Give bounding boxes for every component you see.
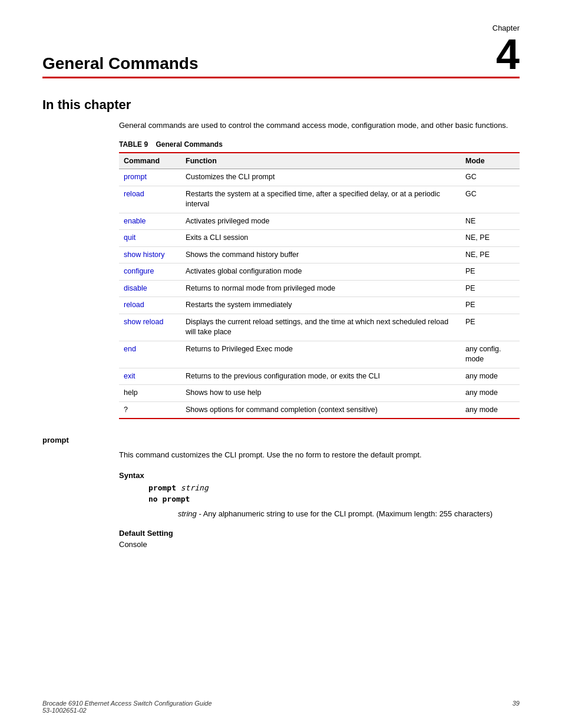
table-row: quitExits a CLI sessionNE, PE xyxy=(119,230,520,247)
footer-right: 39 xyxy=(513,700,520,714)
default-setting-heading: Default Setting xyxy=(119,529,520,538)
table-cell-function: Returns to Privileged Exec mode xyxy=(181,341,461,368)
syntax-line-noprompt: no prompt xyxy=(148,495,520,503)
table-cell-command[interactable]: disable xyxy=(119,280,181,297)
table-row: reloadRestarts the system at a specified… xyxy=(119,186,520,213)
table-cell-mode: any mode xyxy=(461,368,520,385)
table-cell-command[interactable]: end xyxy=(119,341,181,368)
table-cell-mode: PE xyxy=(461,280,520,297)
table-cell-command[interactable]: show history xyxy=(119,246,181,263)
command-link[interactable]: show reload xyxy=(124,318,163,326)
command-link[interactable]: show history xyxy=(124,251,164,259)
table-cell-mode: PE xyxy=(461,314,520,341)
command-link[interactable]: prompt xyxy=(124,173,147,181)
col-header-function: Function xyxy=(181,153,461,169)
command-link[interactable]: reload xyxy=(124,301,144,309)
table-header-row: Command Function Mode xyxy=(119,153,520,169)
param-text: - Any alphanumeric string to use for the… xyxy=(197,509,492,518)
section-title: In this chapter xyxy=(42,97,520,113)
table-number: TABLE 9 xyxy=(119,140,148,149)
footer: Brocade 6910 Ethernet Access Switch Conf… xyxy=(42,700,520,714)
syntax-prompt-italic: string xyxy=(176,483,209,492)
table-cell-command: help xyxy=(119,385,181,402)
table-row: show historyShows the command history bu… xyxy=(119,246,520,263)
chapter-header: General Commands Chapter 4 xyxy=(42,24,520,75)
table-cell-mode: PE xyxy=(461,263,520,281)
table-row: helpShows how to use helpany mode xyxy=(119,385,520,402)
table-row: promptCustomizes the CLI promptGC xyxy=(119,169,520,186)
footer-left: Brocade 6910 Ethernet Access Switch Conf… xyxy=(42,700,212,714)
table-cell-mode: any config. mode xyxy=(461,341,520,368)
table-cell-command[interactable]: show reload xyxy=(119,314,181,341)
table-cell-function: Shows the command history buffer xyxy=(181,246,461,263)
syntax-prompt-bold: prompt xyxy=(148,483,176,492)
table-cell-mode: NE, PE xyxy=(461,230,520,247)
col-header-command: Command xyxy=(119,153,181,169)
table-cell-function: Returns to normal mode from privileged m… xyxy=(181,280,461,297)
prompt-description: This command customizes the CLI prompt. … xyxy=(119,449,520,462)
command-link[interactable]: exit xyxy=(124,372,135,380)
param-description: string - Any alphanumeric string to use … xyxy=(178,508,520,520)
table-row: endReturns to Privileged Exec modeany co… xyxy=(119,341,520,368)
table-cell-command: ? xyxy=(119,401,181,419)
table-cell-mode: any mode xyxy=(461,385,520,402)
table-cell-command[interactable]: enable xyxy=(119,213,181,230)
table-cell-function: Exits a CLI session xyxy=(181,230,461,247)
table-cell-command[interactable]: reload xyxy=(119,186,181,213)
table-row: ?Shows options for command completion (c… xyxy=(119,401,520,419)
table-cell-mode: NE, PE xyxy=(461,246,520,263)
table-cell-function: Activates privileged mode xyxy=(181,213,461,230)
table-header: Command Function Mode xyxy=(119,153,520,169)
table-cell-command[interactable]: prompt xyxy=(119,169,181,186)
syntax-line-prompt: prompt string xyxy=(148,483,520,492)
table-cell-function: Shows options for command completion (co… xyxy=(181,401,461,419)
table-cell-function: Restarts the system immediately xyxy=(181,297,461,314)
table-cell-function: Activates global configuration mode xyxy=(181,263,461,281)
chapter-title: General Commands xyxy=(42,54,199,73)
chapter-number-block: Chapter 4 xyxy=(492,24,520,75)
table-cell-command[interactable]: configure xyxy=(119,263,181,281)
table-cell-mode: GC xyxy=(461,186,520,213)
table-cell-mode: PE xyxy=(461,297,520,314)
table-cell-function: Returns to the previous configuration mo… xyxy=(181,368,461,385)
title-column: General Commands xyxy=(42,54,199,75)
table-cell-function: Customizes the CLI prompt xyxy=(181,169,461,186)
table-body: promptCustomizes the CLI promptGCreloadR… xyxy=(119,169,520,419)
table-row: reloadRestarts the system immediatelyPE xyxy=(119,297,520,314)
page: General Commands Chapter 4 In this chapt… xyxy=(0,0,562,728)
command-link[interactable]: enable xyxy=(124,217,146,225)
table-cell-command[interactable]: reload xyxy=(119,297,181,314)
commands-table: Command Function Mode promptCustomizes t… xyxy=(119,152,520,419)
default-value: Console xyxy=(119,540,520,549)
table-caption: General Commands xyxy=(156,140,222,149)
table-row: disableReturns to normal mode from privi… xyxy=(119,280,520,297)
col-header-mode: Mode xyxy=(461,153,520,169)
table-row: configureActivates global configuration … xyxy=(119,263,520,281)
command-link[interactable]: disable xyxy=(124,284,147,292)
intro-text: General commands are used to control the… xyxy=(119,120,520,131)
syntax-noprompt-bold: no prompt xyxy=(148,495,190,503)
table-row: enableActivates privileged modeNE xyxy=(119,213,520,230)
command-link[interactable]: configure xyxy=(124,267,154,275)
param-italic: string xyxy=(178,509,197,518)
table-cell-mode: any mode xyxy=(461,401,520,419)
prompt-anchor: prompt xyxy=(42,436,520,444)
table-row: exitReturns to the previous configuratio… xyxy=(119,368,520,385)
table-cell-function: Displays the current reload settings, an… xyxy=(181,314,461,341)
command-link[interactable]: end xyxy=(124,345,136,353)
prompt-desc-text: This command customizes the CLI prompt. … xyxy=(119,450,422,459)
table-cell-mode: GC xyxy=(461,169,520,186)
table-cell-function: Shows how to use help xyxy=(181,385,461,402)
command-link[interactable]: reload xyxy=(124,190,144,198)
syntax-heading: Syntax xyxy=(119,471,520,480)
table-cell-command[interactable]: exit xyxy=(119,368,181,385)
table-cell-mode: NE xyxy=(461,213,520,230)
table-cell-command[interactable]: quit xyxy=(119,230,181,247)
command-link[interactable]: quit xyxy=(124,233,135,242)
table-row: show reloadDisplays the current reload s… xyxy=(119,314,520,341)
table-cell-function: Restarts the system at a specified time,… xyxy=(181,186,461,213)
chapter-number: 4 xyxy=(492,33,520,75)
red-rule xyxy=(42,77,520,78)
table-label: TABLE 9 General Commands xyxy=(119,140,520,149)
